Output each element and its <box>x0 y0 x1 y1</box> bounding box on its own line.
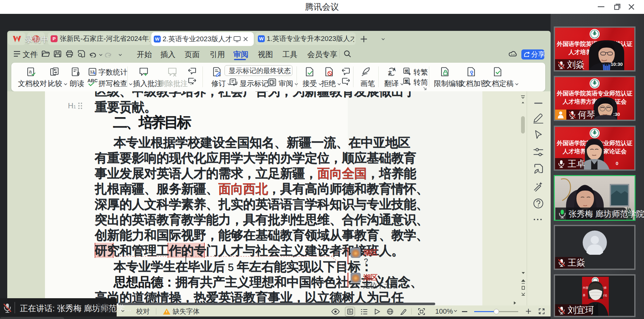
svg-text:简: 简 <box>405 69 409 73</box>
svg-text:繁: 繁 <box>404 79 408 83</box>
svg-text:文: 文 <box>388 70 392 75</box>
svg-text:A: A <box>393 68 396 72</box>
svg-text:12: 12 <box>90 70 94 74</box>
svg-text:a: a <box>29 69 32 74</box>
